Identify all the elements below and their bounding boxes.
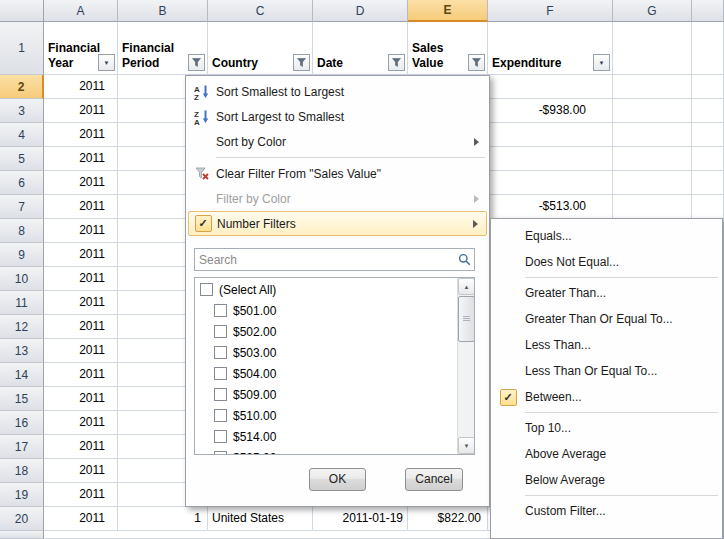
filter-dropdown-button-date[interactable]: [388, 54, 405, 71]
cell-A19[interactable]: 2011: [44, 483, 118, 507]
cell-B20[interactable]: 1: [118, 507, 208, 531]
row-header-15[interactable]: 15: [0, 387, 44, 411]
cell-A16[interactable]: 2011: [44, 411, 118, 435]
row-header-9[interactable]: 9: [0, 243, 44, 267]
cell-A13[interactable]: 2011: [44, 339, 118, 363]
checkbox[interactable]: [214, 346, 227, 359]
row-header-5[interactable]: 5: [0, 147, 44, 171]
filter-dropdown-button-country[interactable]: [293, 54, 310, 71]
menu-item-clear-filter[interactable]: Clear Filter From "Sales Value": [188, 161, 487, 186]
scrollbar-thumb[interactable]: [458, 296, 475, 342]
menu-item-number-filters[interactable]: ✓ Number Filters: [188, 211, 487, 236]
cell-A20[interactable]: 2011: [44, 507, 118, 531]
filter-value-item-504-00[interactable]: $504.00: [195, 363, 457, 384]
cell-A6[interactable]: 2011: [44, 171, 118, 195]
row-header-6[interactable]: 6: [0, 171, 44, 195]
row-header-17[interactable]: 17: [0, 435, 44, 459]
submenu-item-less-than-or-equal-to[interactable]: Less Than Or Equal To...: [491, 358, 722, 384]
cell-A5[interactable]: 2011: [44, 147, 118, 171]
row-header-4[interactable]: 4: [0, 123, 44, 147]
checkbox[interactable]: [214, 325, 227, 338]
cell-A7[interactable]: 2011: [44, 195, 118, 219]
row-header-20[interactable]: 20: [0, 507, 44, 531]
ok-button[interactable]: OK: [309, 468, 366, 491]
filter-value-item-514-00[interactable]: $514.00: [195, 426, 457, 447]
checkbox[interactable]: [214, 304, 227, 317]
cell-C20[interactable]: United States: [208, 507, 313, 531]
cell-G5[interactable]: [613, 147, 692, 171]
cell-F7[interactable]: -$513.00: [488, 195, 613, 219]
filter-dropdown-button-financial-year[interactable]: ▼: [98, 54, 115, 71]
select-all-corner[interactable]: [0, 0, 44, 22]
cell-G4[interactable]: [613, 123, 692, 147]
cell-A17[interactable]: 2011: [44, 435, 118, 459]
cell-A3[interactable]: 2011: [44, 99, 118, 123]
filter-dropdown-button-financial-period[interactable]: [188, 54, 205, 71]
header-cell-financial-period[interactable]: Financial Period: [118, 22, 208, 75]
cell-G3[interactable]: [613, 99, 692, 123]
scroll-up-arrow[interactable]: ▲: [458, 278, 475, 295]
cell-A11[interactable]: 2011: [44, 291, 118, 315]
header-cell-date[interactable]: Date: [313, 22, 408, 75]
cell-G6[interactable]: [613, 171, 692, 195]
row-header-1[interactable]: 1: [0, 22, 44, 75]
cell-F4[interactable]: [488, 123, 613, 147]
header-cell-expenditure[interactable]: Expenditure ▼: [488, 22, 613, 75]
submenu-item-greater-than-or-equal-to[interactable]: Greater Than Or Equal To...: [491, 306, 722, 332]
header-cell-country[interactable]: Country: [208, 22, 313, 75]
checkbox[interactable]: [214, 388, 227, 401]
checkbox[interactable]: [214, 430, 227, 443]
menu-item-sort-smallest-to-largest[interactable]: A Z Sort Smallest to Largest: [188, 79, 487, 104]
cell-A4[interactable]: 2011: [44, 123, 118, 147]
submenu-item-less-than[interactable]: Less Than...: [491, 332, 722, 358]
filter-value-item-502-00[interactable]: $502.00: [195, 321, 457, 342]
menu-item-sort-by-color[interactable]: Sort by Color: [188, 129, 487, 154]
column-header-A[interactable]: A: [44, 0, 118, 22]
column-header-E[interactable]: E: [408, 0, 488, 22]
filter-value-item-510-00[interactable]: $510.00: [195, 405, 457, 426]
filter-value-item-509-00[interactable]: $509.00: [195, 384, 457, 405]
checkbox[interactable]: [214, 367, 227, 380]
filter-dropdown-button-sales-value[interactable]: [468, 54, 485, 71]
row-header-16[interactable]: 16: [0, 411, 44, 435]
header-cell-sales-value[interactable]: Sales Value: [408, 22, 488, 75]
submenu-item-custom-filter[interactable]: Custom Filter...: [491, 498, 722, 524]
checkbox[interactable]: [200, 283, 213, 296]
filter-dropdown-button-expenditure[interactable]: ▼: [593, 54, 610, 71]
submenu-item-greater-than[interactable]: Greater Than...: [491, 280, 722, 306]
search-icon[interactable]: [454, 253, 474, 266]
cell-E20[interactable]: $822.00: [408, 507, 488, 531]
cancel-button[interactable]: Cancel: [405, 468, 463, 491]
checkbox[interactable]: [214, 451, 227, 455]
filter-value-item-503-00[interactable]: $503.00: [195, 342, 457, 363]
checkbox[interactable]: [214, 409, 227, 422]
filter-value-item-501-00[interactable]: $501.00: [195, 300, 457, 321]
cell-A12[interactable]: 2011: [44, 315, 118, 339]
row-header-8[interactable]: 8: [0, 219, 44, 243]
column-header-F[interactable]: F: [488, 0, 613, 22]
scroll-down-arrow[interactable]: ▼: [458, 437, 475, 454]
cell-G7[interactable]: [613, 195, 692, 219]
cell-F3[interactable]: -$938.00: [488, 99, 613, 123]
cell-A10[interactable]: 2011: [44, 267, 118, 291]
cell-D20[interactable]: 2011-01-19: [313, 507, 408, 531]
cell-A15[interactable]: 2011: [44, 387, 118, 411]
header-cell-g-empty[interactable]: [613, 22, 692, 75]
row-header-3[interactable]: 3: [0, 99, 44, 123]
menu-item-sort-largest-to-smallest[interactable]: Z A Sort Largest to Smallest: [188, 104, 487, 129]
submenu-item-between[interactable]: ✓Between...: [491, 384, 722, 410]
row-header-12[interactable]: 12: [0, 315, 44, 339]
cell-A18[interactable]: 2011: [44, 459, 118, 483]
row-header-13[interactable]: 13: [0, 339, 44, 363]
cell-F6[interactable]: [488, 171, 613, 195]
row-header-11[interactable]: 11: [0, 291, 44, 315]
cell-F2[interactable]: [488, 75, 613, 99]
header-cell-financial-year[interactable]: Financial Year ▼: [44, 22, 118, 75]
search-input[interactable]: [195, 253, 454, 267]
scrollbar[interactable]: ▲ ▼: [457, 278, 474, 454]
row-header-18[interactable]: 18: [0, 459, 44, 483]
row-header-19[interactable]: 19: [0, 483, 44, 507]
submenu-item-below-average[interactable]: Below Average: [491, 467, 722, 493]
filter-value-item-525-00[interactable]: $525.00: [195, 447, 457, 455]
cell-A14[interactable]: 2011: [44, 363, 118, 387]
